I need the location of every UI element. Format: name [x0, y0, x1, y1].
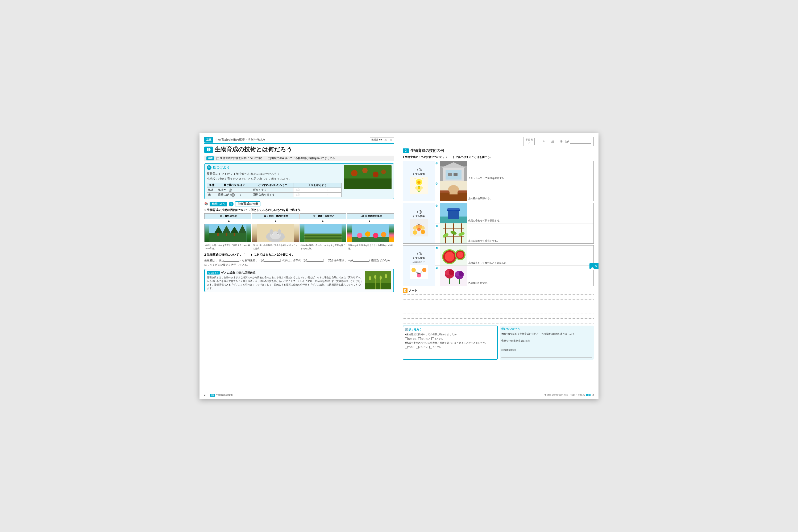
right-section-badge: 2: [403, 148, 409, 153]
review-icon: 🔄: [405, 328, 408, 331]
note-lines: [403, 294, 594, 323]
tech-example-2-1: ① 成長に合わせて餌を調整する。: [435, 203, 593, 224]
svg-point-4: [373, 172, 379, 177]
cell-hikari-label: 光: [207, 193, 217, 197]
chapter-header: 1章 生物育成の技術の原理・法則と仕組み 教科書 ■■ P.90～91: [204, 137, 394, 144]
check-daitai2[interactable]: だいたい: [416, 345, 428, 348]
blank-q2-2: ②: [261, 259, 264, 262]
num-field[interactable]: [554, 140, 560, 143]
tech-label-3: （3 ）する技術 （品種改良など）: [403, 246, 435, 286]
genome-content: なるほど！ ゲノム編集で進む品種改良 品種改良とは，生物のさまざまな性質の中から…: [207, 271, 363, 290]
fill-blank-2[interactable]: [264, 258, 280, 262]
blank-3: ③: [231, 193, 234, 196]
check-mousukoshi2[interactable]: もう少し: [429, 345, 441, 348]
svg-rect-14: [233, 233, 235, 236]
side-label: 2編生物育成: [589, 263, 598, 269]
image-flowers: [347, 224, 394, 242]
connect-table: （1）食料の生産 （2）材料・燃料の生産 （3）健康・医療など （4）自然環境の…: [204, 213, 394, 251]
tomato-image: [344, 165, 392, 189]
class-field[interactable]: [546, 140, 551, 143]
cell-hikari-idea[interactable]: （④ ）: [293, 193, 341, 197]
find-table: 条件 夏と比べて冬は？ どうすればいいだろう？ 工夫を考えよう 気温 気温が（①…: [207, 183, 342, 197]
tech-example-cap-3-1: 品種改良をして種無しスイカにした。: [467, 246, 510, 265]
svg-point-41: [374, 275, 376, 279]
tech-example-img-bucket: [440, 203, 467, 223]
cb-wakatta[interactable]: [405, 337, 407, 340]
tech-example-3-2: ②: [435, 266, 593, 286]
fill-blank-3[interactable]: [307, 258, 323, 262]
cb-daitai[interactable]: [418, 337, 421, 340]
checkbox-2[interactable]: [268, 157, 270, 160]
checkbox-1[interactable]: [216, 157, 219, 160]
cb-dekita[interactable]: [405, 346, 407, 348]
note-line[interactable]: [403, 300, 594, 304]
name-field[interactable]: [570, 139, 591, 144]
q2-title: 2 生物育成の技術について，（ ）にあてはまることばを書こう。: [204, 253, 394, 257]
section-main-title: 生物育成の技術とは何だろう: [215, 146, 292, 153]
note-line[interactable]: [403, 319, 594, 323]
tech-img-flower: [410, 177, 428, 194]
svg-point-39: [369, 276, 371, 280]
page-footer-left: 2編 生物育成の技術: [210, 394, 233, 397]
cb-daitai2[interactable]: [416, 346, 419, 348]
organize-badge: 整理しよう: [210, 202, 227, 206]
genome-badge: なるほど！: [207, 271, 220, 274]
q1-title-text: 1 生物育成の技術の目的について，例としてふさわしいものを線で結ぼう。: [204, 208, 303, 212]
tech-example-cap-1-2: 土の養分を調節する。: [467, 181, 493, 201]
check-daitai[interactable]: だいたい: [418, 337, 430, 340]
check-mousukoshi[interactable]: もう少し: [432, 337, 443, 340]
year-field[interactable]: [537, 140, 542, 143]
date-slash: ／: [526, 141, 533, 145]
note-line[interactable]: [403, 295, 594, 300]
name-label: 名前: [565, 140, 570, 144]
tech-row-2: （2 ）する技術: [403, 203, 594, 244]
review-title: 🔄 振り返ろう: [405, 328, 496, 331]
tech-example-num-1: ①: [435, 161, 440, 181]
blank-q2-4: ④: [349, 259, 353, 262]
cell-kion-idea[interactable]: （② ）: [293, 188, 341, 193]
image-field: [300, 224, 347, 242]
page-num-right: 3: [592, 393, 594, 397]
use-field-1[interactable]: [501, 343, 592, 348]
svg-point-107: [457, 252, 463, 258]
check-dekita[interactable]: できた: [405, 345, 414, 348]
cb-mousukoshi[interactable]: [432, 337, 434, 340]
use-field-2[interactable]: [501, 353, 592, 358]
caption-d: Ⓓ豊かな生活環境を与えてくれる花壇などの整備。: [347, 243, 394, 251]
note-line[interactable]: [403, 314, 594, 319]
organize-section: 📚 整理しよう 1 生物育成の技術 1 生物育成の技術の目的について，例としてふ…: [204, 201, 394, 267]
svg-rect-81: [448, 210, 459, 219]
svg-rect-64: [454, 173, 457, 176]
connect-images: [204, 224, 394, 242]
svg-rect-7: [209, 233, 246, 242]
cat-2: （2）材料・燃料の生産: [252, 213, 299, 219]
note-line[interactable]: [403, 309, 594, 314]
check-wakatta[interactable]: 分かった: [405, 337, 417, 340]
blank-tech-3: 3: [419, 252, 422, 255]
svg-point-111: [449, 270, 454, 275]
tech-examples-2: ① 成長に合わせて餌を調整する。 ②: [435, 203, 593, 243]
fill-blank-1[interactable]: [224, 258, 240, 262]
connect-header-row: （1）食料の生産 （2）材料・燃料の生産 （3）健康・医療など （4）自然環境の…: [204, 213, 394, 219]
svg-point-83: [447, 208, 460, 210]
find-left: 🔍 見つけよう 夏野菜のトマトが，１年中食べられるのはなぜだろう？ 小学校で植物…: [207, 165, 342, 197]
cb-mousukoshi2[interactable]: [429, 346, 432, 348]
tech-label-2: （2 ）する技術: [403, 203, 435, 243]
genome-img-placeholder: [365, 271, 391, 289]
find-title: 🔍 見つけよう: [207, 165, 342, 170]
num-label: 番: [560, 140, 563, 144]
review-check-1: 分かった だいたい もう少し: [405, 337, 496, 340]
genome-image: [365, 271, 391, 290]
section-num: ❶: [204, 147, 213, 153]
objectives-bar: 目標 生物育成の技術と目的について知る。 地域で生産されている特産物と特徴を調べ…: [204, 156, 394, 161]
footer-chapter-badge: 1章: [586, 394, 590, 396]
fill-blank-4[interactable]: [353, 258, 369, 262]
find-table-header-0: 条件: [207, 183, 217, 188]
svg-rect-27: [304, 235, 342, 236]
svg-point-95: [417, 273, 421, 278]
blank-tech-1: 1: [419, 168, 422, 171]
note-line[interactable]: [403, 304, 594, 309]
cell-kion-label: 気温: [207, 188, 217, 193]
label-mousukoshi: もう少し: [435, 337, 443, 340]
organize-num: 1: [229, 202, 233, 206]
